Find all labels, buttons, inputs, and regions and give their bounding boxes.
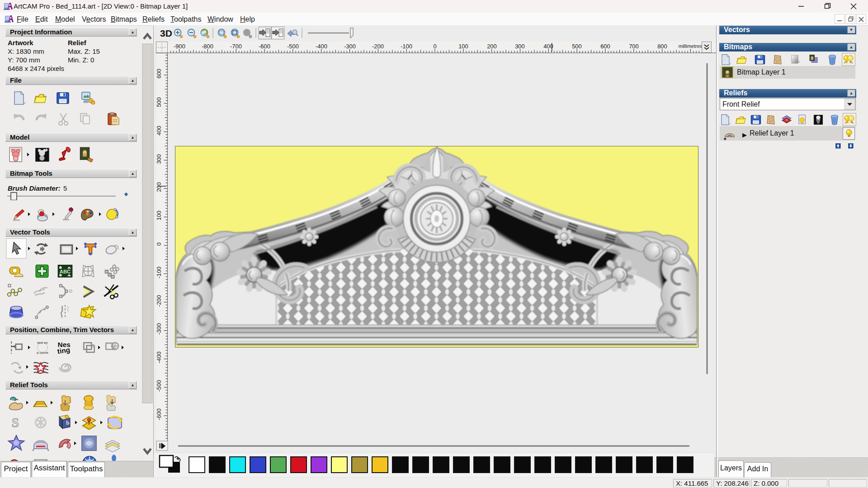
svg-text:b: b <box>66 419 70 426</box>
svg-text:300: 300 <box>515 43 525 50</box>
svg-text:200: 200 <box>156 182 162 192</box>
svg-text:a curve: a curve <box>37 351 48 355</box>
svg-text:200: 200 <box>487 43 497 50</box>
svg-text:-900: -900 <box>174 43 185 50</box>
svg-text:-300: -300 <box>344 43 356 50</box>
svg-text:-600: -600 <box>259 43 270 50</box>
svg-text:3D: 3D <box>160 28 172 38</box>
svg-text:300: 300 <box>156 154 162 164</box>
svg-text:0: 0 <box>156 242 162 245</box>
svg-text:-300: -300 <box>156 323 162 335</box>
svg-text:-500: -500 <box>156 380 162 392</box>
svg-text:-100: -100 <box>156 267 162 278</box>
svg-text:-400: -400 <box>156 352 162 363</box>
svg-text:0: 0 <box>433 43 436 50</box>
svg-text:100: 100 <box>156 211 162 221</box>
svg-text:S: S <box>12 415 19 430</box>
svg-text:-200: -200 <box>156 295 162 307</box>
svg-text:600: 600 <box>156 69 162 79</box>
svg-text:500: 500 <box>572 43 582 50</box>
svg-text:600: 600 <box>600 43 610 50</box>
svg-text:ting: ting <box>57 346 71 355</box>
svg-text:millimetres: millimetres <box>679 43 703 49</box>
svg-text:-200: -200 <box>372 43 384 50</box>
svg-text:500: 500 <box>156 97 162 107</box>
svg-text:text on: text on <box>37 341 48 345</box>
svg-text:ABC: ABC <box>60 269 71 274</box>
svg-text:-500: -500 <box>287 43 299 50</box>
svg-text:-100: -100 <box>401 43 412 50</box>
svg-text:-400: -400 <box>316 43 327 50</box>
svg-text:-600: -600 <box>156 408 162 420</box>
svg-text:400: 400 <box>156 126 162 136</box>
svg-text:100: 100 <box>458 43 468 50</box>
svg-text:700: 700 <box>629 43 639 50</box>
svg-text:800: 800 <box>657 43 667 50</box>
svg-text:-800: -800 <box>202 43 213 50</box>
svg-text:-700: -700 <box>230 43 242 50</box>
